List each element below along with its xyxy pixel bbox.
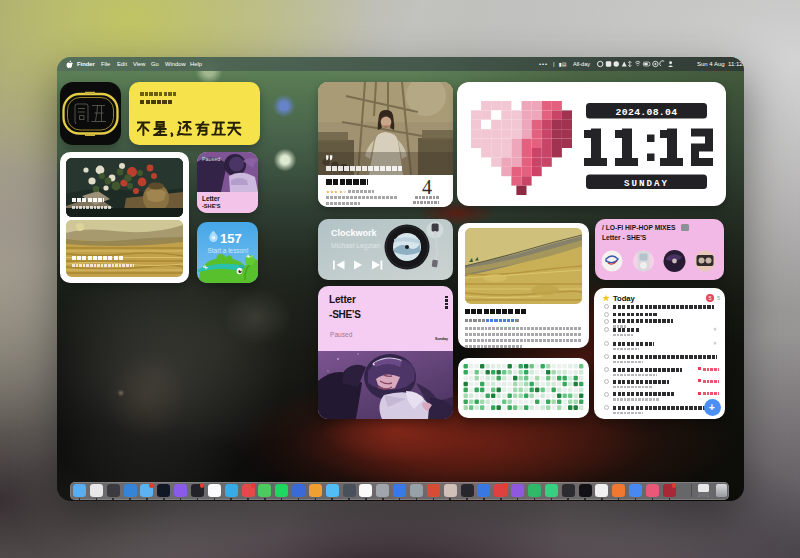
svg-text:Start a lesson!: Start a lesson! bbox=[208, 247, 249, 254]
svg-text:SUNDAY: SUNDAY bbox=[624, 178, 669, 189]
svg-text:2024.08.04: 2024.08.04 bbox=[616, 107, 678, 118]
svg-text:157: 157 bbox=[220, 231, 242, 246]
